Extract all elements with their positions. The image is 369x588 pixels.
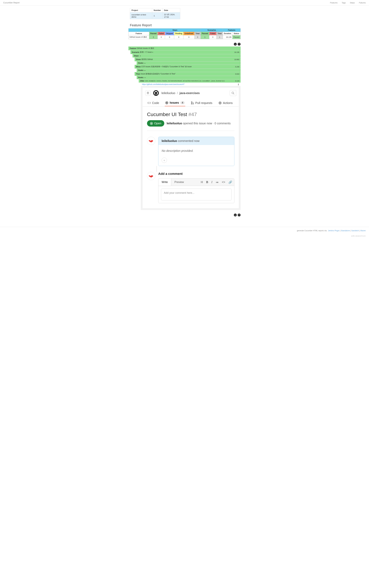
watermark: @稀土掘金技术社区 (0, 234, 369, 240)
attachment-row: https://github.com/leileiluoluo/java-exe… (141, 83, 241, 86)
section-title: Feature Report (130, 23, 241, 27)
th-total: Total (195, 32, 201, 35)
issue-title: Cucumber UI Test #47 (147, 112, 234, 117)
scenario-bar[interactable]: Scenario 新增一个 Issue▾ 16.135 (131, 50, 241, 54)
th-date: Date (163, 8, 180, 12)
svg-point-3 (166, 102, 167, 103)
expand-controls-top: ⌄ ⌃ (128, 43, 241, 46)
link-icon[interactable]: 🔗 (228, 180, 232, 184)
nav-steps[interactable]: Steps (350, 2, 355, 4)
hooks-bar-2[interactable]: Hooks ▸ (137, 69, 241, 72)
comment-input[interactable]: Add your comment here... (161, 189, 232, 200)
step-when-kw: When (136, 66, 141, 68)
hooks-bar-1[interactable]: Hooks ▸ (137, 62, 241, 65)
step-given-bar[interactable]: Given 登录到 GitHub 10.893 (135, 58, 241, 61)
footer-link-standalone[interactable]: Standalone (341, 230, 350, 232)
nav-features[interactable]: Features (330, 2, 338, 4)
th-blank (129, 29, 149, 32)
th-pending: Pending (174, 32, 184, 35)
avatar[interactable] (147, 137, 155, 145)
top-navbar: Cucumber Report Features Tags Steps Fail… (0, 0, 369, 5)
cell-feature-name[interactable]: GitHub Issues UI 测试 (129, 35, 149, 39)
steps-bar[interactable]: Steps ▾ (133, 54, 241, 57)
bold-icon[interactable]: B (206, 180, 208, 184)
tab-actions[interactable]: Actions (218, 100, 233, 106)
after-text: com.example.tests.hooks.ScreenshotHook.a… (145, 80, 235, 82)
collapse-all-button[interactable]: ⌃ (238, 43, 241, 46)
after-kw: After (140, 80, 144, 82)
tab-code-label: Code (152, 101, 159, 105)
step-then-kw: Then (136, 73, 140, 75)
after-hook-bar[interactable]: After com.example.tests.hooks.Screenshot… (139, 79, 241, 83)
issue-meta: Open leileiluoluo opened this issue now … (147, 120, 234, 131)
th-passed: Passed (149, 32, 158, 35)
tab-preview[interactable]: Preview (171, 178, 187, 186)
app-title: Cucumber Report (3, 1, 20, 4)
expand-controls-bottom: ⌄ ⌃ (128, 214, 241, 217)
list-icon[interactable]: ≔ (216, 180, 219, 184)
chevron-right-icon: ▸ (145, 70, 145, 71)
scenario-name: 新增一个 Issue (140, 51, 152, 53)
add-comment-title: Add a comment (158, 172, 234, 176)
th-status: Status (232, 32, 240, 35)
svg-point-5 (191, 103, 192, 104)
comment-author[interactable]: leileiluoluo (162, 139, 177, 143)
footer-link-sandwich[interactable]: Sandwich (351, 230, 359, 232)
cell-skipped: 0 (165, 35, 174, 39)
step-when-bar[interactable]: When 打开 Issues 页面并新增一个标题为 "Cucumber UI T… (135, 65, 241, 69)
collapse-all-button[interactable]: ⌃ (238, 214, 241, 217)
th-feature: Feature (129, 32, 149, 35)
scenario-duration: 16.135 (234, 52, 239, 53)
emoji-icon[interactable]: ☺ (162, 158, 167, 163)
hooks-bar-3[interactable]: Hooks ▾ (137, 76, 241, 79)
avatar[interactable] (147, 172, 155, 180)
scenario-keyword: Scenario (132, 51, 139, 53)
expand-all-button[interactable]: ⌄ (234, 43, 237, 46)
comment-when: commented now (178, 139, 200, 143)
repo-name[interactable]: java-exercises (179, 91, 200, 95)
feature-bar[interactable]: Feature GitHub Issues UI 测试 (128, 47, 241, 50)
status-badge: Open (147, 120, 164, 126)
crumb-separator: / (177, 91, 178, 95)
github-logo-icon[interactable] (153, 90, 159, 96)
heading-icon[interactable]: H (201, 180, 203, 184)
breadcrumb: leileiluoluo / java-exercises (162, 91, 200, 95)
download-icon[interactable]: ⭳ (237, 83, 239, 85)
italic-icon[interactable]: I (211, 180, 212, 184)
tab-issues-count: 4 (180, 101, 185, 104)
tab-write[interactable]: Write (158, 178, 171, 186)
issue-meta-text: leileiluoluo opened this issue now · 0 c… (167, 122, 231, 125)
gh-body: Cucumber UI Test #47 Open leileiluoluo o… (143, 106, 239, 208)
footer-link-jenkins[interactable]: Jenkins Plugin (328, 230, 339, 232)
expand-all-button[interactable]: ⌄ (234, 214, 237, 217)
cell-passed: 3 (149, 35, 158, 39)
footer-text: generate Cucumber HTML reports via: (297, 230, 327, 232)
issue-number: #47 (188, 112, 197, 117)
editor-toolbar: H B I ≔ <> 🔗 (201, 180, 232, 184)
gh-tabs: Code Issues 4 Pull requests Actions (143, 98, 239, 106)
footer-link-maven[interactable]: Maven (360, 230, 366, 232)
comment-footer: ☺ (158, 157, 234, 166)
search-icon[interactable] (230, 90, 236, 96)
project-row: cucumber-ui-test-demo 1 22 5月 2024, 17:5… (130, 12, 180, 19)
repo-owner[interactable]: leileiluoluo (162, 91, 175, 95)
cell-failed: 0 (158, 35, 165, 39)
tab-pulls[interactable]: Pull requests (190, 100, 213, 106)
nav-failures[interactable]: Failures (359, 2, 366, 4)
step-given-kw: Given (136, 59, 141, 61)
nav-tags[interactable]: Tags (342, 2, 346, 4)
th-skipped: Skipped (165, 32, 174, 35)
tab-code[interactable]: Code (147, 100, 160, 106)
hamburger-icon[interactable]: ☰ (145, 90, 151, 96)
attachment-link[interactable]: https://github.com/leileiluoluo/java-exe… (142, 83, 237, 85)
cell-sfailed: 0 (209, 35, 216, 39)
steps-label: Steps (134, 55, 139, 57)
comment-block: leileiluoluo commented now No descriptio… (147, 137, 234, 166)
meta-author[interactable]: leileiluoluo (167, 122, 182, 125)
cell-pending: 0 (174, 35, 184, 39)
step-then-bar[interactable]: Then Issue 新增成功且标题为 "Cucumber UI Test" 0… (135, 72, 241, 76)
meta-rest: opened this issue now · 0 comments (183, 122, 231, 125)
code-icon[interactable]: <> (222, 180, 225, 184)
tab-issues[interactable]: Issues 4 (165, 100, 185, 106)
editor-tabs: Write Preview H B I ≔ <> 🔗 (158, 178, 234, 186)
